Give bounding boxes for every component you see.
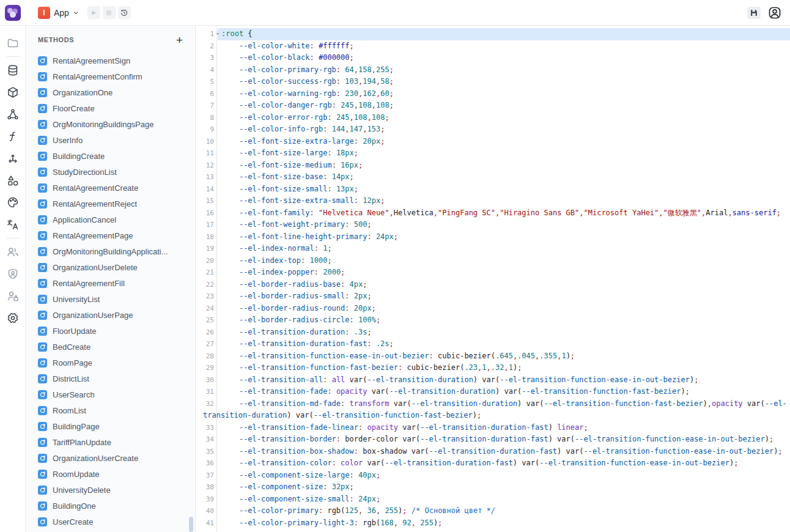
- code-line[interactable]: 23 --el-border-radius-small: 2px;: [196, 290, 790, 303]
- code-line[interactable]: 6 --el-color-warning-rgb: 230,162,60;: [196, 88, 790, 100]
- rail-palette-button[interactable]: [4, 194, 21, 211]
- method-item[interactable]: OrgMonitoringBuildingsPage: [26, 116, 195, 132]
- code-line[interactable]: 27 --el-transition-duration-fast: .2s;: [196, 338, 790, 350]
- method-item[interactable]: UniversityList: [26, 291, 195, 307]
- sidebar-scrollbar-thumb[interactable]: [189, 517, 193, 532]
- code-line[interactable]: 25 --el-border-radius-circle: 100%;: [196, 314, 790, 327]
- code-line[interactable]: 1▾:root {: [196, 28, 790, 40]
- request-icon: [38, 438, 47, 447]
- code-line[interactable]: 28 --el-transition-function-ease-in-out-…: [196, 350, 790, 363]
- method-item[interactable]: FloorUpdate: [26, 323, 195, 339]
- method-item[interactable]: BuildingCreate: [26, 148, 195, 164]
- code-line[interactable]: 5 --el-color-success-rgb: 103,194,58;: [196, 76, 790, 88]
- method-item[interactable]: UserCreate: [26, 514, 195, 530]
- workspace-switcher[interactable]: I App: [38, 7, 79, 19]
- code-line[interactable]: 20 --el-index-top: 1000;: [196, 255, 790, 267]
- method-list: RentalAgreementSign RentalAgreementConfi…: [26, 50, 195, 532]
- code-line[interactable]: 21 --el-index-popper: 2000;: [196, 267, 790, 279]
- code-line[interactable]: 30 --el-transition-all: all var(--el-tra…: [196, 374, 790, 386]
- rail-user-lock-button[interactable]: [4, 287, 21, 305]
- code-line[interactable]: 22 --el-border-radius-base: 4px;: [196, 279, 790, 291]
- run-button[interactable]: [87, 6, 100, 19]
- method-item[interactable]: RentalAgreementCancel: [26, 530, 195, 532]
- rail-settings-button[interactable]: [4, 309, 21, 327]
- line-text: --el-border-radius-circle: 100%;: [203, 314, 790, 327]
- add-method-button[interactable]: +: [175, 34, 184, 46]
- rail-shield-user-button[interactable]: [4, 265, 21, 283]
- method-item[interactable]: FloorCreate: [26, 100, 195, 116]
- code-line[interactable]: 10 --el-font-size-extra-large: 20px;: [196, 136, 790, 148]
- line-text: --el-font-line-height-primary: 24px;: [203, 231, 790, 243]
- code-line[interactable]: 33 --el-transition-fade-linear: opacity …: [196, 422, 790, 434]
- code-line[interactable]: 29 --el-transition-function-fast-bezier:…: [196, 362, 790, 374]
- code-line[interactable]: 11 --el-font-size-large: 18px;: [196, 147, 790, 160]
- method-item[interactable]: OrgMonitoringBuildingApplicati...: [26, 243, 195, 259]
- method-item[interactable]: StudyDirectionList: [26, 164, 195, 180]
- code-line[interactable]: 14 --el-font-size-small: 13px;: [196, 183, 790, 196]
- code-line[interactable]: 3 --el-color-black: #000000;: [196, 52, 790, 64]
- rail-share-button[interactable]: [4, 150, 21, 167]
- history-button[interactable]: [118, 6, 131, 19]
- code-line[interactable]: 9 --el-color-info-rgb: 144,147,153;: [196, 124, 790, 136]
- debug-button[interactable]: [103, 6, 116, 19]
- rail-shapes-button[interactable]: [4, 172, 21, 189]
- method-item[interactable]: RentalAgreementSign: [26, 53, 195, 68]
- insomnia-logo[interactable]: [5, 5, 21, 21]
- rail-cube-button[interactable]: [4, 84, 21, 101]
- code-line[interactable]: 18 --el-font-line-height-primary: 24px;: [196, 231, 790, 243]
- code-line[interactable]: 38 --el-component-size: 32px;: [196, 481, 790, 493]
- method-item[interactable]: RoomPage: [26, 355, 195, 371]
- method-item[interactable]: RentalAgreementPage: [26, 227, 195, 243]
- code-line[interactable]: 41 --el-color-primary-light-3: rgb(168, …: [196, 517, 790, 530]
- rail-network-button[interactable]: [4, 106, 21, 123]
- rail-folder-button[interactable]: [4, 34, 21, 51]
- method-item[interactable]: OrganizationOne: [26, 84, 195, 100]
- code-line[interactable]: 26 --el-transition-duration: .3s;: [196, 327, 790, 339]
- method-item[interactable]: RoomList: [26, 402, 195, 418]
- save-button[interactable]: [747, 7, 761, 19]
- code-line[interactable]: 17 --el-font-weight-primary: 500;: [196, 219, 790, 231]
- method-item[interactable]: RentalAgreementReject: [26, 196, 195, 212]
- rail-users-button[interactable]: [4, 243, 21, 260]
- code-line[interactable]: 13 --el-font-size-base: 14px;: [196, 171, 790, 183]
- code-editor[interactable]: 1▾:root {2 --el-color-white: #ffffff;3 -…: [196, 26, 790, 532]
- method-item[interactable]: RentalAgreementFill: [26, 275, 195, 291]
- method-item[interactable]: RoomUpdate: [26, 466, 195, 482]
- code-line[interactable]: 31 --el-transition-fade: opacity var(--e…: [196, 386, 790, 398]
- code-line[interactable]: 32 --el-transition-md-fade: transform va…: [196, 398, 790, 422]
- code-line[interactable]: 40 --el-color-primary: rgb(125, 36, 255)…: [196, 505, 790, 517]
- method-item[interactable]: UniversityDelete: [26, 482, 195, 498]
- method-item[interactable]: UserSearch: [26, 386, 195, 402]
- code-line[interactable]: 39 --el-component-size-small: 24px;: [196, 493, 790, 506]
- code-line[interactable]: 4 --el-color-primary-rgb: 64,158,255;: [196, 64, 790, 76]
- code-line[interactable]: 36 --el-transition-color: color var(--el…: [196, 457, 790, 470]
- code-line[interactable]: 7 --el-color-danger-rgb: 245,108,108;: [196, 100, 790, 112]
- method-item[interactable]: RentalAgreementCreate: [26, 180, 195, 196]
- method-item[interactable]: OrganizationUserDelete: [26, 259, 195, 275]
- rail-function-button[interactable]: [4, 128, 21, 145]
- code-line[interactable]: 34 --el-transition-border: border-color …: [196, 434, 790, 446]
- method-item[interactable]: UserInfo: [26, 132, 195, 148]
- method-item[interactable]: BuildingPage: [26, 418, 195, 434]
- method-item[interactable]: DistrictList: [26, 371, 195, 386]
- code-line[interactable]: 19 --el-index-normal: 1;: [196, 243, 790, 255]
- method-item[interactable]: OrganizationUserCreate: [26, 450, 195, 466]
- code-line[interactable]: 2 --el-color-white: #ffffff;: [196, 40, 790, 53]
- method-item[interactable]: TariffPlanUpdate: [26, 434, 195, 450]
- rail-translate-button[interactable]: [4, 216, 21, 233]
- code-line[interactable]: 12 --el-font-size-medium: 16px;: [196, 160, 790, 172]
- code-line[interactable]: 15 --el-font-size-extra-small: 12px;: [196, 195, 790, 207]
- code-line[interactable]: 16 --el-font-family: "Helvetica Neue",He…: [196, 207, 790, 220]
- code-line[interactable]: 8 --el-color-error-rgb: 245,108,108;: [196, 112, 790, 124]
- method-name: UserSearch: [53, 390, 95, 399]
- method-item[interactable]: OrganizationUserPage: [26, 307, 195, 323]
- code-line[interactable]: 37 --el-component-size-large: 40px;: [196, 470, 790, 482]
- method-item[interactable]: BuildingOne: [26, 498, 195, 514]
- account-button[interactable]: [768, 6, 781, 20]
- code-line[interactable]: 24 --el-border-radius-round: 20px;: [196, 303, 790, 315]
- code-line[interactable]: 35 --el-transition-box-shadow: box-shado…: [196, 446, 790, 458]
- rail-database-button[interactable]: [4, 62, 21, 79]
- method-item[interactable]: ApplicationCancel: [26, 212, 195, 227]
- method-item[interactable]: RentalAgreementConfirm: [26, 68, 195, 84]
- method-item[interactable]: BedCreate: [26, 339, 195, 355]
